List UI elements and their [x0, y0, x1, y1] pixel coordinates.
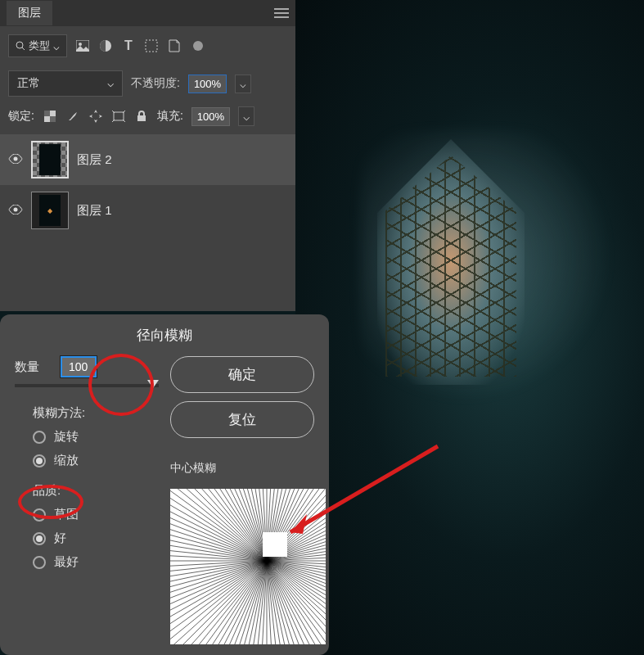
lock-brush-icon[interactable] [65, 109, 80, 124]
blur-center-preview[interactable] [170, 489, 326, 644]
radial-blur-dialog: 径向模糊 数量 模糊方法: 旋转 缩放 品质: [0, 314, 329, 655]
radio-draft[interactable]: 草图 [33, 507, 159, 522]
amount-slider[interactable] [15, 384, 159, 387]
svg-line-84 [170, 489, 267, 561]
filter-shape-icon[interactable] [144, 38, 159, 53]
filter-type-select[interactable]: 类型 ⌵ [8, 34, 67, 57]
svg-line-90 [170, 489, 267, 561]
radio-best[interactable]: 最好 [33, 554, 159, 570]
blur-method-group: 旋转 缩放 [33, 429, 159, 468]
filter-toggle-icon[interactable] [193, 41, 203, 51]
layers-panel: 图层 类型 ⌵ T 正常 ⌵ 不透明度: 100% ⌵ 锁定: 填充: [0, 0, 295, 311]
radio-zoom[interactable]: 缩放 [33, 453, 159, 468]
visibility-toggle-icon[interactable] [8, 205, 23, 216]
quality-group: 草图 好 最好 [33, 507, 159, 570]
amount-input[interactable] [61, 356, 97, 377]
opacity-input[interactable]: 100% [188, 75, 227, 93]
blend-mode-select[interactable]: 正常 ⌵ [8, 70, 123, 97]
fill-dropdown-button[interactable]: ⌵ [238, 106, 254, 126]
opacity-dropdown-button[interactable]: ⌵ [235, 75, 251, 93]
lock-label: 锁定: [8, 109, 34, 124]
radio-zoom-label: 缩放 [54, 453, 79, 468]
radio-good-label: 好 [54, 531, 66, 546]
search-icon [16, 41, 25, 51]
radio-best-label: 最好 [54, 554, 79, 570]
svg-line-64 [170, 561, 267, 627]
svg-point-0 [16, 42, 23, 48]
amount-label: 数量 [15, 359, 39, 375]
svg-point-11 [14, 208, 18, 212]
radio-spin[interactable]: 旋转 [33, 429, 159, 445]
layer-name[interactable]: 图层 2 [77, 152, 112, 168]
lock-position-icon[interactable] [88, 109, 103, 124]
panel-tab-bar: 图层 [0, 0, 295, 26]
radio-draft-label: 草图 [54, 507, 79, 522]
radio-spin-label: 旋转 [54, 429, 79, 445]
panel-menu-button[interactable] [274, 8, 289, 18]
svg-point-2 [79, 43, 82, 46]
svg-rect-6 [44, 111, 50, 116]
chevron-down-icon: ⌵ [53, 40, 60, 52]
filter-row: 类型 ⌵ T [0, 26, 295, 66]
filter-adjustment-icon[interactable] [98, 38, 113, 53]
lock-artboard-icon[interactable] [111, 109, 126, 124]
svg-rect-7 [50, 116, 56, 122]
svg-rect-9 [137, 115, 146, 121]
layer-thumbnail[interactable] [31, 141, 69, 178]
filter-text-icon[interactable]: T [121, 38, 136, 53]
filter-smartobject-icon[interactable] [167, 38, 182, 53]
reset-button[interactable]: 复位 [170, 401, 314, 438]
layer-thumbnail[interactable]: ◆ [31, 192, 69, 229]
ok-button[interactable]: 确定 [170, 356, 314, 393]
svg-rect-132 [263, 532, 287, 557]
filter-type-label: 类型 [29, 38, 50, 53]
opacity-label: 不透明度: [131, 76, 180, 91]
layer-list: 图层 2 ◆ 图层 1 [0, 131, 295, 239]
quality-label: 品质: [33, 483, 159, 499]
blend-row: 正常 ⌵ 不透明度: 100% ⌵ [0, 66, 295, 102]
radio-good[interactable]: 好 [33, 531, 159, 546]
filter-pixel-icon[interactable] [75, 38, 90, 53]
canvas-area[interactable] [295, 0, 644, 655]
fill-input[interactable]: 100% [191, 107, 230, 126]
fill-label: 填充: [157, 109, 183, 124]
dialog-title: 径向模糊 [0, 314, 329, 356]
layer-name[interactable]: 图层 1 [77, 203, 112, 219]
layer-item[interactable]: 图层 2 [0, 134, 295, 185]
svg-point-10 [14, 157, 18, 161]
visibility-toggle-icon[interactable] [8, 154, 23, 165]
svg-rect-4 [146, 40, 157, 52]
blur-method-label: 模糊方法: [33, 405, 159, 421]
svg-rect-8 [114, 112, 124, 120]
svg-line-80 [170, 495, 267, 561]
blend-mode-value: 正常 [17, 76, 40, 91]
lock-all-icon[interactable] [134, 109, 149, 124]
chevron-down-icon: ⌵ [107, 76, 114, 91]
layers-tab[interactable]: 图层 [7, 1, 52, 25]
lock-row: 锁定: 填充: 100% ⌵ [0, 102, 295, 131]
svg-line-62 [170, 561, 267, 643]
lock-transparency-icon[interactable] [43, 109, 57, 124]
layer-item[interactable]: ◆ 图层 1 [0, 185, 295, 236]
center-blur-label: 中心模糊 [170, 461, 314, 476]
slider-thumb-icon[interactable] [147, 380, 159, 388]
